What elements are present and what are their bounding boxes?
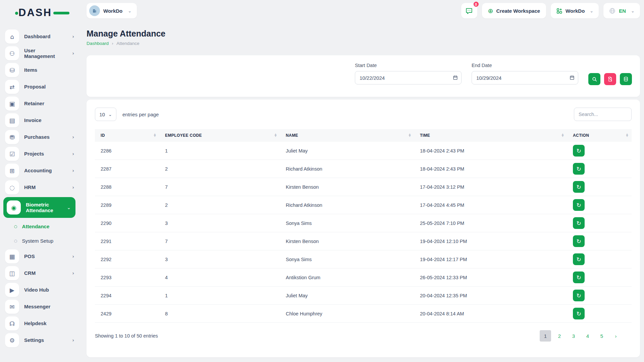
refresh-action-button[interactable]: ↻ [573, 199, 585, 211]
sort-icons[interactable]: ▲ ▼ [409, 134, 411, 137]
chevron-down-icon: ⌄ [631, 8, 635, 13]
pagination-item[interactable]: 2 [554, 330, 565, 342]
breadcrumb-dashboard-link[interactable]: Dashboard [87, 41, 109, 46]
refresh-action-button[interactable]: ↻ [573, 290, 585, 301]
refresh-action-button[interactable]: ↻ [573, 145, 585, 157]
refresh-icon: ↻ [576, 256, 581, 263]
sidebar-item-label: Projects [24, 151, 44, 157]
table-search-input[interactable] [574, 108, 632, 121]
sidebar-item[interactable]: ⌂ ○ Dashboard › [0, 28, 79, 45]
sort-icons[interactable]: ▲ ▼ [154, 134, 156, 137]
hrm-icon: ◌ [5, 180, 19, 194]
clear-filter-button[interactable] [604, 73, 616, 85]
helpdesk-icon: ☊ [5, 316, 19, 330]
create-workspace-button[interactable]: ⊕ Create Workspace [482, 3, 546, 18]
cell-action: ↻ [567, 305, 632, 323]
sync-data-button[interactable] [620, 73, 632, 85]
start-date-group: Start Date [355, 63, 462, 84]
pagination-item[interactable]: 4 [582, 330, 593, 342]
sort-icons[interactable]: ▲ ▼ [626, 134, 628, 137]
apply-filter-button[interactable] [588, 73, 600, 85]
home-icon: ⌂ [5, 29, 19, 44]
sidebar-item[interactable]: ⊞ ○ Accounting › [0, 162, 79, 179]
sidebar-item[interactable]: ◫ ○ CRM › [0, 265, 79, 282]
sidebar-item-label: Invoice [24, 117, 42, 123]
apps-menu-label: WorkDo [566, 8, 585, 14]
cell-name: Richard Atkinson [280, 196, 414, 214]
search-icon [592, 76, 597, 82]
sidebar-item[interactable]: ▣ ○ Retainer [0, 95, 79, 112]
pagination-item[interactable]: › [610, 330, 622, 342]
cell-id: 2291 [95, 232, 159, 250]
refresh-action-button[interactable]: ↻ [573, 217, 585, 229]
sidebar-item[interactable]: ▤ ○ Invoice [0, 112, 79, 129]
refresh-action-button[interactable]: ↻ [573, 308, 585, 319]
cell-time: 19-04-2024 12:17 PM [414, 250, 567, 268]
refresh-action-button[interactable]: ↻ [573, 235, 585, 247]
sort-desc-icon: ▼ [409, 135, 411, 137]
sidebar-item[interactable]: ☊ ○ Helpdesk [0, 315, 79, 332]
messages-button[interactable]: 0 [461, 3, 477, 18]
refresh-action-button[interactable]: ↻ [573, 253, 585, 265]
apps-grid-icon [556, 8, 562, 14]
refresh-icon: ↻ [576, 220, 581, 227]
column-header[interactable]: ACTION ▲ ▼ [567, 129, 632, 142]
column-header[interactable]: ID ▲ ▼ [95, 129, 159, 142]
dash-logo[interactable]: DASH [18, 5, 62, 20]
cell-time: 25-05-2024 7:10 PM [414, 214, 567, 232]
refresh-icon: ↻ [576, 274, 581, 281]
sidebar-item[interactable]: ○ Attendance [0, 219, 79, 234]
cell-time: 20-04-2024 12:35 PM [414, 287, 567, 305]
sort-desc-icon: ▼ [626, 135, 628, 137]
cell-action: ↻ [567, 287, 632, 305]
sidebar-item-label: Messenger [24, 304, 50, 309]
breadcrumb: Dashboard › Attendance [87, 41, 165, 46]
sidebar-item-label: Purchases [24, 134, 50, 140]
entries-per-page-select[interactable]: 10 ⌄ [95, 108, 116, 121]
table-row: 2292 3 Sonya Sims 19-04-2024 12:17 PM ↻ [95, 250, 632, 268]
table-header-row: ID ▲ ▼ EMPLOYEE CODE ▲ ▼ [95, 129, 632, 142]
pagination-item[interactable]: 5 [596, 330, 607, 342]
end-date-label: End Date [472, 63, 578, 68]
refresh-action-button[interactable]: ↻ [573, 181, 585, 193]
messenger-icon: ✉ [5, 300, 19, 314]
sidebar-item[interactable]: ◌ ○ HRM › [0, 179, 79, 196]
sidebar-item[interactable]: ⚙ ○ Settings › [0, 332, 79, 349]
sidebar-item[interactable]: ▶ ○ Video Hub [0, 282, 79, 298]
end-date-input[interactable] [472, 71, 578, 84]
refresh-action-button[interactable]: ↻ [573, 163, 585, 175]
cell-id: 2287 [95, 160, 159, 178]
sidebar-item[interactable]: ⚇ ○ User Management › [0, 45, 79, 62]
sidebar-item[interactable]: ✉ ○ Messenger [0, 298, 79, 315]
language-selector[interactable]: EN ⌄ [603, 3, 640, 18]
pagination-item[interactable]: 1 [540, 330, 551, 342]
sidebar-item[interactable]: ⇄ ○ Proposal [0, 78, 79, 95]
sidebar-nav: ⌂ ○ Dashboard › ⚇ ○ User Management › ⛁ … [0, 28, 79, 349]
column-header[interactable]: EMPLOYEE CODE ▲ ▼ [159, 129, 280, 142]
sidebar-item-label: Video Hub [24, 287, 49, 293]
sort-icons[interactable]: ▲ ▼ [274, 134, 277, 137]
globe-icon [609, 7, 616, 14]
refresh-icon: ↻ [576, 166, 581, 172]
sidebar-item[interactable]: ☑ ○ Projects › [0, 145, 79, 162]
sidebar-item[interactable]: ⛁ ○ Items [0, 62, 79, 78]
workdo-apps-menu[interactable]: WorkDo ⌄ [551, 3, 599, 18]
workspace-selector[interactable]: WorkDo ⌄ [87, 3, 137, 18]
sidebar-item[interactable]: ▦ ○ POS › [0, 248, 79, 265]
refresh-icon: ↻ [576, 292, 581, 299]
sidebar-item-label: Items [24, 67, 37, 73]
sidebar-item[interactable]: ⛃ ○ Purchases › [0, 129, 79, 145]
sidebar-item[interactable]: ○ System Setup [0, 234, 79, 248]
refresh-action-button[interactable]: ↻ [573, 272, 585, 283]
entries-per-page-value: 10 [99, 112, 105, 117]
column-header[interactable]: TIME ▲ ▼ [414, 129, 567, 142]
pagination-item[interactable]: 3 [568, 330, 579, 342]
cell-id: 2294 [95, 287, 159, 305]
sort-icons[interactable]: ▲ ▼ [561, 134, 564, 137]
start-date-input[interactable] [355, 71, 462, 84]
sort-desc-icon: ▼ [154, 135, 156, 137]
retainer-icon: ▣ [5, 97, 19, 111]
column-header[interactable]: NAME ▲ ▼ [280, 129, 414, 142]
sidebar-item[interactable]: ◉ ○ Biometric Attendance ⌄ [3, 197, 75, 218]
chevron-icon: › [72, 270, 74, 276]
